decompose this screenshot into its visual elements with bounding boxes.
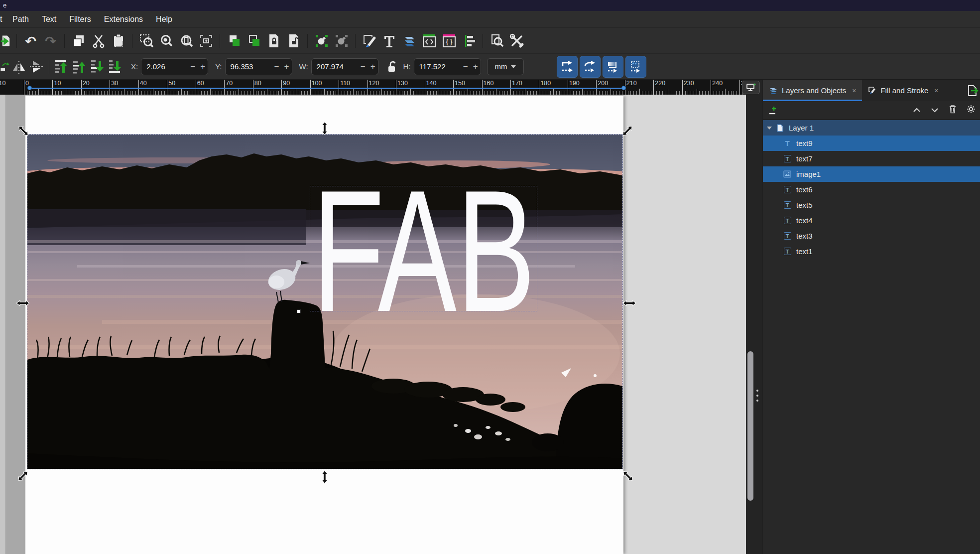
h-decrement-button[interactable]: − — [461, 62, 471, 72]
move-gradients-toggle[interactable] — [603, 56, 623, 78]
selection-handle-n[interactable] — [322, 122, 328, 135]
xml-editor-icon[interactable] — [420, 32, 438, 50]
lock-ratio-icon[interactable] — [383, 58, 401, 76]
flip-vertical-icon[interactable] — [28, 58, 46, 76]
close-icon[interactable]: × — [934, 87, 938, 95]
x-decrement-button[interactable]: − — [188, 62, 198, 72]
move-down-button[interactable] — [931, 106, 939, 115]
tab-layers-and-objects[interactable]: Layers and Objects × — [763, 80, 862, 101]
layer-row-text4[interactable]: Ttext4 — [763, 213, 980, 228]
raise-icon[interactable] — [70, 58, 88, 76]
text9-selection-box[interactable]: FAB — [310, 186, 537, 311]
lock-document-icon[interactable] — [264, 32, 283, 50]
menu-help[interactable]: Help — [149, 15, 179, 24]
zoom-selection-icon[interactable] — [137, 32, 155, 50]
move-up-button[interactable] — [913, 106, 921, 115]
unlock-document-icon[interactable] — [284, 32, 303, 50]
y-field[interactable]: 96.353 − + — [225, 58, 292, 75]
menu-filters[interactable]: Filters — [63, 15, 98, 24]
layer-row-text9[interactable]: Ttext9 — [763, 136, 980, 151]
unit-dropdown[interactable]: mm — [487, 58, 524, 75]
tab-fill-and-stroke[interactable]: Fill and Stroke × — [862, 80, 944, 101]
layer-row-text3[interactable]: Ttext3 — [763, 228, 980, 244]
text-anchor-handle[interactable] — [297, 309, 301, 313]
zoom-center-page-icon[interactable] — [197, 32, 215, 50]
menu-object-partial[interactable]: t — [0, 15, 6, 24]
settings-button[interactable] — [967, 105, 976, 116]
layer-row-text6[interactable]: Ttext6 — [763, 182, 980, 197]
scale-corners-toggle[interactable] — [580, 56, 601, 78]
select-all-icon[interactable] — [312, 32, 331, 50]
display-mode-button[interactable] — [742, 81, 760, 94]
lower-icon[interactable] — [88, 58, 106, 76]
scrollbar-thumb[interactable] — [747, 351, 753, 501]
y-increment-button[interactable]: + — [282, 62, 292, 72]
panel-splitter-handle[interactable] — [756, 390, 758, 402]
lower-to-bottom-icon[interactable] — [106, 58, 124, 76]
h-increment-button[interactable]: + — [471, 62, 481, 72]
add-layer-button[interactable] — [768, 105, 778, 115]
zoom-drawing-icon[interactable] — [157, 32, 175, 50]
layer-row-text5[interactable]: Ttext5 — [763, 197, 980, 213]
h-value[interactable]: 117.522 — [414, 62, 461, 71]
canvas-text-fab[interactable]: FAB — [312, 154, 535, 348]
vertical-scrollbar[interactable] — [746, 95, 762, 554]
scale-stroke-toggle[interactable] — [557, 56, 578, 78]
find-replace-icon[interactable] — [488, 32, 506, 50]
layer-row-image1[interactable]: image1 — [763, 166, 980, 182]
flip-horizontal-icon[interactable] — [10, 58, 28, 76]
export-document-icon[interactable] — [0, 32, 12, 50]
h-field[interactable]: 117.522 − + — [414, 58, 481, 75]
rotate-90-icon[interactable] — [0, 58, 10, 76]
document-page[interactable]: FAB — [25, 96, 623, 554]
copy-icon[interactable] — [69, 32, 88, 50]
expander-icon[interactable] — [767, 127, 772, 130]
layer-row-text7[interactable]: Ttext7 — [763, 151, 980, 166]
h-label: H: — [403, 62, 411, 71]
selection-handle-w[interactable] — [16, 300, 29, 306]
align-distribute-icon[interactable] — [460, 32, 478, 50]
paste-icon[interactable] — [109, 32, 127, 50]
layer-row-text1[interactable]: Ttext1 — [763, 244, 980, 259]
move-patterns-toggle[interactable] — [625, 56, 646, 78]
zoom-page-icon[interactable] — [177, 32, 195, 50]
menu-extensions[interactable]: Extensions — [98, 15, 149, 24]
image1-object[interactable]: FAB — [27, 135, 622, 469]
w-decrement-button[interactable]: − — [358, 62, 368, 72]
preferences-icon[interactable] — [507, 32, 526, 50]
close-icon[interactable]: × — [852, 87, 856, 95]
layer-row-layer-1[interactable]: Layer 1 — [763, 120, 980, 136]
x-field[interactable]: 2.026 − + — [141, 58, 208, 75]
x-increment-button[interactable]: + — [198, 62, 208, 72]
menu-path[interactable]: Path — [6, 15, 35, 24]
vertical-ruler-sliver[interactable] — [0, 95, 6, 554]
y-decrement-button[interactable]: − — [272, 62, 282, 72]
tab-document-partial[interactable] — [967, 80, 980, 101]
fill-stroke-dialog-icon[interactable] — [360, 32, 378, 50]
y-value[interactable]: 96.353 — [226, 62, 272, 71]
ruler-label: 120 — [369, 80, 379, 87]
w-increment-button[interactable]: + — [368, 62, 378, 72]
delete-layer-button[interactable] — [949, 105, 957, 116]
deselect-icon[interactable] — [332, 32, 351, 50]
selection-handle-s[interactable] — [322, 471, 328, 484]
w-field[interactable]: 207.974 − + — [311, 58, 378, 75]
horizontal-ruler[interactable]: -100102030405060708090100110120130140150… — [0, 80, 743, 95]
object-properties-icon[interactable]: {} — [440, 32, 458, 50]
redo-icon[interactable]: ↷ — [41, 32, 60, 50]
toolbar-separator — [355, 34, 356, 48]
cut-icon[interactable] — [89, 32, 108, 50]
clone-icon[interactable] — [245, 32, 263, 50]
unit-value: mm — [495, 62, 507, 71]
selection-handle-e[interactable] — [623, 300, 636, 306]
layers-dialog-icon[interactable] — [400, 32, 418, 50]
raise-to-top-icon[interactable] — [52, 58, 70, 76]
w-value[interactable]: 207.974 — [312, 62, 358, 71]
duplicate-icon[interactable] — [225, 32, 243, 50]
text-dialog-icon[interactable] — [380, 32, 398, 50]
undo-icon[interactable]: ↶ — [21, 32, 40, 50]
canvas-area[interactable]: FAB — [0, 95, 762, 554]
menu-text[interactable]: Text — [35, 15, 63, 24]
x-value[interactable]: 2.026 — [141, 62, 188, 71]
panel-tabs: Layers and Objects × Fill and Stroke × — [763, 80, 980, 101]
